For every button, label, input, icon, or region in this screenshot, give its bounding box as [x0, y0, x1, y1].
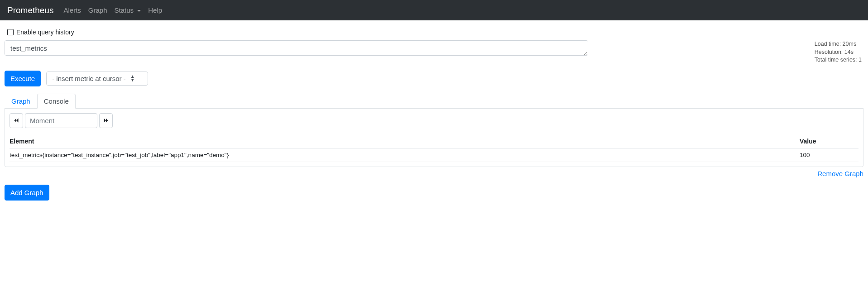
- double-chevron-left-icon: [14, 118, 19, 123]
- select-updown-icon: ▲▼: [130, 75, 135, 82]
- nav-status-dropdown[interactable]: Status: [115, 6, 141, 14]
- stat-resolution: Resolution: 14s: [815, 48, 862, 57]
- moment-next-button[interactable]: [99, 113, 113, 128]
- cell-value: 100: [800, 148, 858, 162]
- moment-prev-button[interactable]: [10, 113, 23, 128]
- remove-graph-link[interactable]: Remove Graph: [817, 170, 863, 177]
- tab-console[interactable]: Console: [37, 94, 76, 109]
- nav-alerts[interactable]: Alerts: [63, 6, 81, 14]
- results-table: Element Value test_metrics{instance="tes…: [10, 134, 858, 162]
- cell-element: test_metrics{instance="test_instance",jo…: [10, 148, 800, 162]
- tabs: Graph Console: [5, 94, 863, 109]
- execute-button[interactable]: Execute: [5, 71, 41, 86]
- enable-history-label: Enable query history: [16, 29, 74, 36]
- double-chevron-right-icon: [103, 118, 109, 123]
- stat-load-time: Load time: 20ms: [815, 40, 862, 48]
- brand[interactable]: Prometheus: [7, 5, 53, 15]
- add-graph-button[interactable]: Add Graph: [5, 185, 49, 201]
- col-value: Value: [800, 134, 858, 148]
- nav-graph[interactable]: Graph: [88, 6, 107, 14]
- query-stats: Load time: 20ms Resolution: 14s Total ti…: [815, 40, 863, 64]
- table-row: test_metrics{instance="test_instance",jo…: [10, 148, 858, 162]
- expression-wrapper: [5, 40, 588, 57]
- console-panel: Element Value test_metrics{instance="tes…: [5, 109, 863, 167]
- history-row: Enable query history: [5, 28, 863, 37]
- nav-help[interactable]: Help: [148, 6, 162, 14]
- metric-select-label: - insert metric at cursor -: [52, 75, 126, 82]
- tab-graph[interactable]: Graph: [5, 94, 37, 109]
- expression-input[interactable]: [5, 40, 588, 56]
- metric-select[interactable]: - insert metric at cursor - ▲▼: [46, 72, 148, 86]
- stat-series: Total time series: 1: [815, 56, 862, 64]
- col-element: Element: [10, 134, 800, 148]
- moment-input[interactable]: [25, 113, 97, 128]
- enable-history-checkbox[interactable]: [7, 29, 14, 35]
- nav-status-label: Status: [115, 6, 134, 14]
- navbar: Prometheus Alerts Graph Status Help: [0, 0, 868, 20]
- caret-down-icon: [137, 10, 141, 12]
